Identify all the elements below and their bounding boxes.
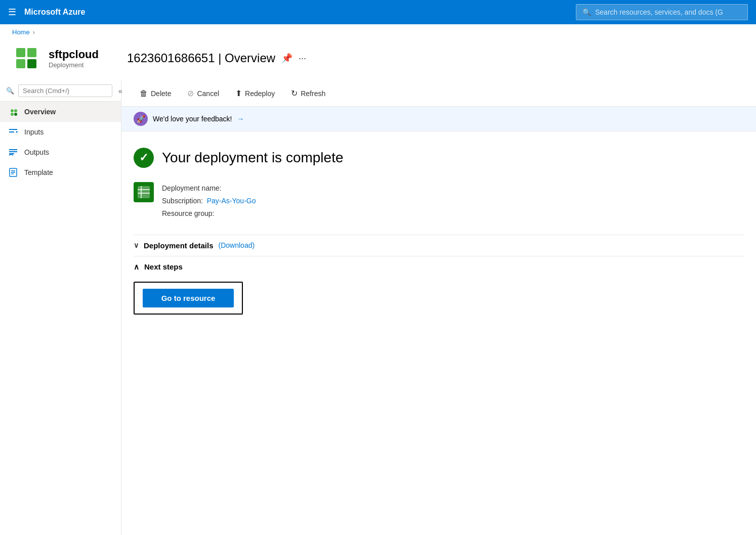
svg-point-5 — [14, 109, 17, 112]
delete-button[interactable]: 🗑 Delete — [134, 86, 177, 101]
svg-rect-9 — [9, 131, 14, 132]
search-icon: 🔍 — [582, 8, 591, 16]
svg-rect-2 — [16, 59, 25, 68]
feedback-text: We'd love your feedback! — [153, 115, 232, 123]
complete-text: Your deployment is complete — [162, 150, 344, 166]
resource-group-field: Resource group: — [162, 207, 256, 220]
svg-marker-10 — [16, 131, 18, 133]
subscription-link[interactable]: Pay-As-You-Go — [207, 197, 256, 205]
refresh-icon: ↻ — [291, 88, 298, 98]
refresh-button[interactable]: ↻ Refresh — [285, 85, 331, 101]
deployment-name-field: Deployment name: — [162, 182, 256, 195]
next-steps-label: Next steps — [144, 262, 183, 271]
svg-rect-3 — [27, 59, 36, 68]
sidebar-inputs-label: Inputs — [24, 128, 44, 136]
feedback-icon: 🚀 — [134, 112, 148, 126]
subscription-field: Subscription: Pay-As-You-Go — [162, 195, 256, 207]
next-steps-header[interactable]: ∧ Next steps — [134, 262, 744, 272]
feedback-arrow[interactable]: → — [237, 115, 244, 123]
deployment-details-label: Deployment details — [144, 241, 214, 250]
app-title: Microsoft Azure — [24, 8, 85, 17]
cancel-label: Cancel — [197, 90, 219, 98]
svg-point-4 — [11, 109, 14, 112]
redeploy-icon: ⬆ — [235, 88, 242, 98]
sidebar-search-icon: 🔍 — [6, 87, 14, 95]
sidebar-search: 🔍 « — [0, 80, 121, 102]
delete-label: Delete — [151, 90, 171, 98]
svg-rect-15 — [11, 170, 15, 171]
sidebar-item-outputs[interactable]: Outputs — [0, 142, 121, 162]
breadcrumb-home[interactable]: Home — [12, 28, 30, 36]
more-options-icon[interactable]: ··· — [299, 53, 306, 64]
cancel-icon: ⊘ — [187, 88, 194, 98]
deployment-complete: ✓ Your deployment is complete — [134, 148, 744, 168]
download-link[interactable]: (Download) — [219, 241, 255, 249]
sidebar-item-template[interactable]: Template — [0, 162, 121, 183]
resource-name: sftpcloud — [49, 48, 99, 61]
refresh-label: Refresh — [301, 90, 325, 98]
svg-point-6 — [11, 113, 14, 116]
resource-title-block: sftpcloud Deployment — [49, 48, 99, 69]
svg-rect-16 — [11, 172, 15, 173]
hamburger-icon[interactable]: ☰ — [8, 7, 16, 18]
resource-icon — [12, 44, 40, 72]
overview-icon — [8, 107, 18, 117]
cancel-button[interactable]: ⊘ Cancel — [181, 85, 225, 101]
deployment-details-section[interactable]: ∨ Deployment details (Download) — [134, 235, 744, 256]
main-container: Home › sftpcloud Deployment 162360168665… — [0, 24, 756, 535]
template-icon — [8, 167, 18, 177]
inputs-icon — [8, 127, 18, 137]
svg-point-7 — [14, 113, 17, 116]
resource-header: sftpcloud Deployment 1623601686651 | Ove… — [0, 40, 756, 80]
deployment-content: ✓ Your deployment is complete — [121, 131, 756, 337]
toolbar: 🗑 Delete ⊘ Cancel ⬆ Redeploy ↻ Refresh — [121, 80, 756, 107]
svg-rect-1 — [27, 48, 36, 57]
deployment-info: Deployment name: Subscription: Pay-As-Yo… — [134, 182, 744, 220]
svg-rect-12 — [9, 151, 17, 152]
redeploy-label: Redeploy — [245, 90, 275, 98]
svg-rect-17 — [11, 173, 14, 174]
svg-rect-11 — [9, 149, 17, 150]
deployment-table-icon — [134, 182, 154, 202]
sidebar: 🔍 « Overview — [0, 80, 121, 535]
next-steps-chevron: ∧ — [134, 262, 139, 272]
sidebar-search-input[interactable] — [18, 84, 112, 97]
pin-icon[interactable]: 📌 — [281, 53, 292, 64]
deployment-fields: Deployment name: Subscription: Pay-As-Yo… — [162, 182, 256, 220]
deployment-details-chevron: ∨ — [134, 241, 139, 249]
breadcrumb: Home › — [0, 24, 756, 40]
deployment-name-label: Deployment name: — [162, 184, 222, 192]
complete-check-icon: ✓ — [134, 148, 154, 168]
page-title-area: 1623601686651 | Overview 📌 ··· — [107, 51, 744, 65]
main-content: 🗑 Delete ⊘ Cancel ⬆ Redeploy ↻ Refresh — [121, 80, 756, 535]
breadcrumb-separator: › — [33, 29, 35, 36]
resource-type: Deployment — [49, 61, 99, 69]
sidebar-item-overview[interactable]: Overview — [0, 102, 121, 122]
sidebar-overview-label: Overview — [24, 108, 56, 116]
sidebar-template-label: Template — [24, 168, 53, 176]
content-body: 🔍 « Overview — [0, 80, 756, 535]
page-title: 1623601686651 | Overview — [127, 51, 275, 65]
next-steps-section: ∧ Next steps Go to resource — [134, 256, 744, 321]
svg-rect-0 — [16, 48, 25, 57]
top-nav: ☰ Microsoft Azure 🔍 — [0, 0, 756, 24]
sidebar-item-inputs[interactable]: Inputs — [0, 122, 121, 142]
sidebar-outputs-label: Outputs — [24, 148, 49, 156]
global-search-input[interactable] — [595, 8, 741, 16]
redeploy-button[interactable]: ⬆ Redeploy — [229, 85, 281, 101]
resource-group-label: Resource group: — [162, 209, 215, 217]
global-search-bar: 🔍 — [576, 4, 748, 20]
go-to-resource-wrapper: Go to resource — [134, 282, 243, 315]
go-to-resource-button[interactable]: Go to resource — [143, 289, 234, 307]
delete-icon: 🗑 — [140, 89, 148, 98]
subscription-label: Subscription: — [162, 197, 203, 205]
svg-rect-8 — [9, 129, 17, 130]
svg-rect-18 — [138, 186, 150, 198]
outputs-icon — [8, 147, 18, 157]
feedback-bar[interactable]: 🚀 We'd love your feedback! → — [121, 107, 756, 131]
